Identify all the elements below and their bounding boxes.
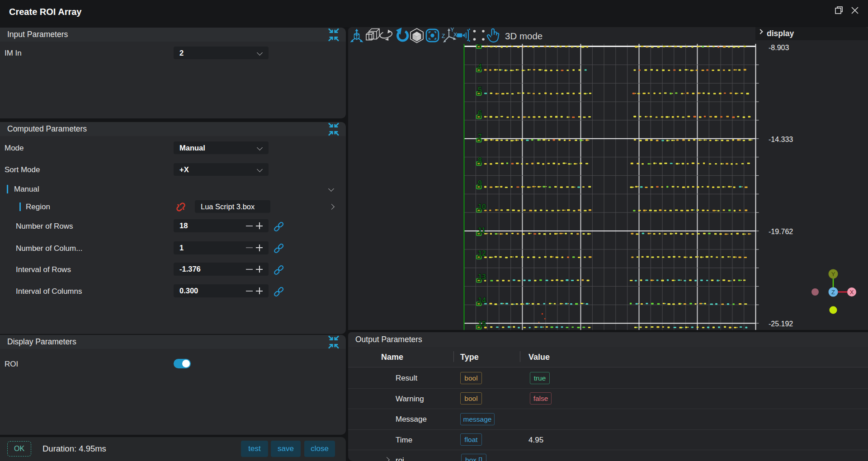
svg-text:-19.762: -19.762 — [769, 228, 793, 235]
svg-text:Y: Y — [831, 271, 835, 278]
svg-text:Z: Z — [831, 289, 835, 296]
svg-text:5: 5 — [478, 86, 482, 94]
svg-text:9: 9 — [478, 179, 482, 187]
svg-text:X: X — [453, 32, 457, 38]
svg-text:6: 6 — [478, 109, 482, 117]
svg-text:3: 3 — [478, 44, 482, 47]
svg-text:8: 8 — [478, 156, 482, 164]
svg-text:15: 15 — [478, 320, 486, 328]
svg-text:Z: Z — [442, 33, 445, 39]
svg-text:13: 13 — [478, 273, 486, 281]
svg-text:-14.333: -14.333 — [769, 136, 793, 143]
svg-text:4: 4 — [478, 63, 482, 71]
svg-text:10: 10 — [478, 203, 486, 211]
svg-text:7: 7 — [478, 133, 482, 141]
svg-text:X: X — [850, 289, 854, 296]
svg-text:-25.192: -25.192 — [769, 320, 793, 328]
svg-text:-8.903: -8.903 — [769, 44, 789, 52]
svg-text:12: 12 — [478, 249, 486, 257]
svg-text:14: 14 — [478, 296, 486, 304]
svg-text:3D mode: 3D mode — [505, 31, 542, 41]
svg-text:11: 11 — [478, 226, 486, 234]
